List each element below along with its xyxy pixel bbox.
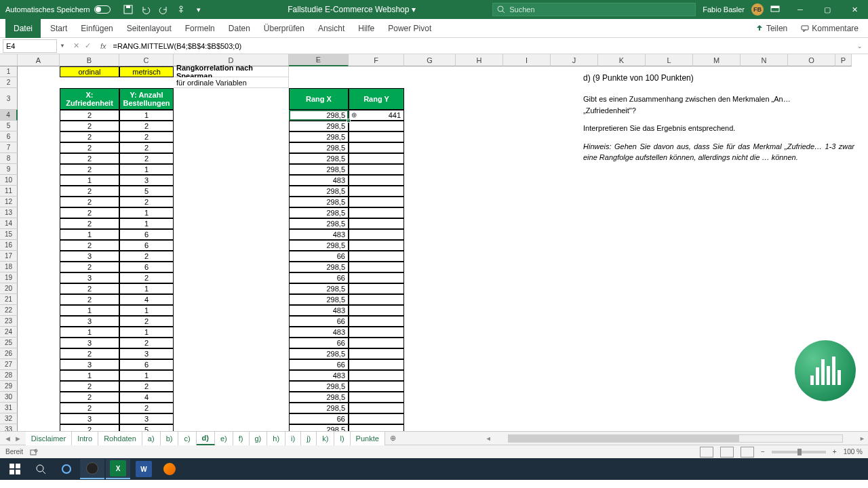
cell-B28[interactable]: 1 bbox=[60, 370, 119, 381]
redo-icon[interactable] bbox=[158, 4, 169, 15]
tab-prev-icon[interactable]: ◄ bbox=[4, 434, 12, 443]
cell-E23[interactable]: 66 bbox=[289, 316, 349, 327]
cell-E15[interactable]: 483 bbox=[289, 229, 349, 240]
cell-B30[interactable]: 2 bbox=[60, 392, 119, 403]
row-header-11[interactable]: 11 bbox=[0, 186, 18, 197]
cell-B20[interactable]: 2 bbox=[60, 283, 119, 294]
row-header-15[interactable]: 15 bbox=[0, 229, 18, 240]
sheet-tab-a[interactable]: a) bbox=[142, 432, 161, 445]
cell-E18[interactable]: 298,5 bbox=[289, 262, 349, 272]
comments-button[interactable]: Kommentare bbox=[797, 24, 863, 33]
close-button[interactable]: ✕ bbox=[841, 0, 868, 19]
row-header-24[interactable]: 24 bbox=[0, 327, 18, 338]
cell-E26[interactable]: 298,5 bbox=[289, 348, 349, 359]
cell-C1[interactable]: metrisch bbox=[119, 66, 174, 77]
cell-E14[interactable]: 298,5 bbox=[289, 218, 349, 229]
row-header-3[interactable]: 3 bbox=[0, 88, 18, 110]
cell-E19[interactable]: 66 bbox=[289, 272, 349, 283]
cell-F33[interactable] bbox=[349, 424, 404, 431]
cell-B1[interactable]: ordinal bbox=[60, 66, 119, 77]
cell-E12[interactable]: 298,5 bbox=[289, 197, 349, 207]
cell-B15[interactable]: 1 bbox=[60, 229, 119, 240]
cell-F26[interactable] bbox=[349, 348, 404, 359]
horizontal-scrollbar[interactable] bbox=[508, 434, 843, 443]
column-header-B[interactable]: B bbox=[60, 54, 119, 66]
cell-C30[interactable]: 4 bbox=[119, 392, 174, 403]
cell-E30[interactable]: 298,5 bbox=[289, 392, 349, 403]
cell-B27[interactable]: 3 bbox=[60, 359, 119, 370]
ribbon-tab-einfügen[interactable]: Einfügen bbox=[74, 19, 119, 38]
cell-E13[interactable]: 298,5 bbox=[289, 207, 349, 218]
zoom-out-button[interactable]: − bbox=[761, 448, 765, 455]
column-header-K[interactable]: K bbox=[598, 54, 646, 66]
cell-F10[interactable] bbox=[349, 175, 404, 186]
cell-E22[interactable]: 483 bbox=[289, 305, 349, 316]
column-header-L[interactable]: L bbox=[646, 54, 693, 66]
sheet-tab-rohdaten[interactable]: Rohdaten bbox=[98, 432, 142, 445]
formula-input[interactable]: =RANG.MITTELW(B4;$B$4:$B$503;0) bbox=[111, 42, 857, 50]
maximize-button[interactable]: ▢ bbox=[814, 0, 841, 19]
zoom-slider[interactable] bbox=[772, 451, 826, 453]
cell-C33[interactable]: 5 bbox=[119, 424, 174, 431]
cell-C22[interactable]: 1 bbox=[119, 305, 174, 316]
taskbar-word-icon[interactable]: W bbox=[132, 459, 156, 479]
cell-B11[interactable]: 2 bbox=[60, 186, 119, 197]
cell-E10[interactable]: 483 bbox=[289, 175, 349, 186]
cell-F18[interactable] bbox=[349, 262, 404, 272]
search-box[interactable]: Suchen bbox=[492, 3, 696, 16]
sheet-tab-g[interactable]: g) bbox=[250, 432, 268, 445]
cell-F7[interactable] bbox=[349, 142, 404, 153]
cell-E5[interactable]: 298,5 bbox=[289, 121, 349, 131]
cancel-formula-icon[interactable]: ✕ bbox=[73, 41, 79, 50]
normal-view-button[interactable] bbox=[700, 447, 713, 458]
cell-C12[interactable]: 2 bbox=[119, 197, 174, 207]
cell-C5[interactable]: 2 bbox=[119, 121, 174, 131]
cell-C20[interactable]: 1 bbox=[119, 283, 174, 294]
page-break-view-button[interactable] bbox=[741, 447, 754, 458]
cell-F25[interactable] bbox=[349, 338, 404, 348]
save-icon[interactable] bbox=[123, 4, 134, 15]
ribbon-display-icon[interactable] bbox=[770, 5, 780, 14]
cell-B31[interactable]: 2 bbox=[60, 403, 119, 413]
cell-C26[interactable]: 3 bbox=[119, 348, 174, 359]
cell-F9[interactable] bbox=[349, 164, 404, 175]
row-header-16[interactable]: 16 bbox=[0, 240, 18, 251]
row-header-8[interactable]: 8 bbox=[0, 153, 18, 164]
cell-F15[interactable] bbox=[349, 229, 404, 240]
column-header-E[interactable]: E bbox=[289, 54, 349, 66]
ribbon-tab-formeln[interactable]: Formeln bbox=[178, 19, 222, 38]
cell-B22[interactable]: 1 bbox=[60, 305, 119, 316]
column-header-A[interactable]: A bbox=[18, 54, 60, 66]
cell-B7[interactable]: 2 bbox=[60, 142, 119, 153]
cell-E3[interactable]: Rang X bbox=[289, 88, 349, 110]
cell-C3[interactable]: Y: Anzahl Bestellungen bbox=[119, 88, 174, 110]
column-header-J[interactable]: J bbox=[551, 54, 598, 66]
macro-record-icon[interactable] bbox=[30, 448, 38, 456]
cell-B18[interactable]: 2 bbox=[60, 262, 119, 272]
column-header-F[interactable]: F bbox=[349, 54, 404, 66]
row-header-14[interactable]: 14 bbox=[0, 218, 18, 229]
sheet-tab-l[interactable]: l) bbox=[334, 432, 350, 445]
toggle-switch-icon[interactable] bbox=[94, 5, 111, 14]
tab-next-icon[interactable]: ► bbox=[14, 434, 22, 443]
cell-C31[interactable]: 2 bbox=[119, 403, 174, 413]
column-header-M[interactable]: M bbox=[693, 54, 741, 66]
cell-B25[interactable]: 3 bbox=[60, 338, 119, 348]
tab-nav[interactable]: ◄ ► bbox=[0, 434, 26, 443]
row-header-33[interactable]: 33 bbox=[0, 424, 18, 431]
cell-C4[interactable]: 1 bbox=[119, 110, 174, 121]
cell-E25[interactable]: 66 bbox=[289, 338, 349, 348]
touch-mode-icon[interactable] bbox=[176, 4, 186, 15]
row-header-6[interactable]: 6 bbox=[0, 131, 18, 142]
cell-F28[interactable] bbox=[349, 370, 404, 381]
cell-F5[interactable] bbox=[349, 121, 404, 131]
cell-F32[interactable] bbox=[349, 413, 404, 424]
column-header-H[interactable]: H bbox=[456, 54, 503, 66]
cell-B14[interactable]: 2 bbox=[60, 218, 119, 229]
cell-F21[interactable] bbox=[349, 294, 404, 305]
cell-C7[interactable]: 2 bbox=[119, 142, 174, 153]
row-header-32[interactable]: 32 bbox=[0, 413, 18, 424]
row-header-17[interactable]: 17 bbox=[0, 251, 18, 262]
row-header-25[interactable]: 25 bbox=[0, 338, 18, 348]
cell-B13[interactable]: 2 bbox=[60, 207, 119, 218]
